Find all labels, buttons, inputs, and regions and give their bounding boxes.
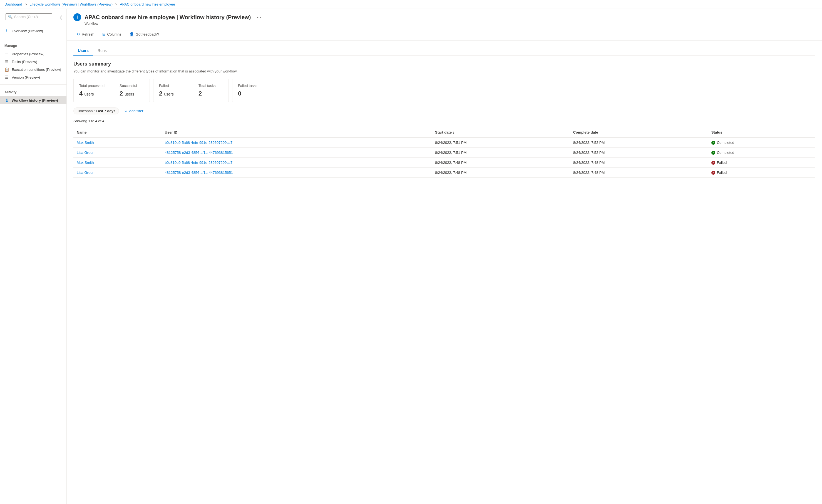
workflow-history-icon: ℹ	[4, 98, 9, 102]
collapse-button[interactable]: 《	[56, 14, 63, 22]
more-options-button[interactable]: ···	[255, 14, 263, 21]
sidebar-item-overview[interactable]: ℹ Overview (Preview)	[0, 27, 66, 35]
sidebar-tasks-label: Tasks (Preview)	[12, 60, 37, 64]
user-name-link[interactable]: Lisa Green	[77, 151, 94, 155]
user-name-link[interactable]: Lisa Green	[77, 170, 94, 175]
columns-icon: ⊞	[102, 32, 106, 36]
breadcrumb-workflow[interactable]: APAC onboard new hire employee	[120, 2, 175, 6]
refresh-icon: ↻	[77, 32, 80, 36]
sidebar-item-properties[interactable]: ⚌ Properties (Preview)	[0, 50, 66, 58]
sidebar-overview-section: ℹ Overview (Preview)	[0, 26, 66, 36]
refresh-label: Refresh	[82, 32, 94, 36]
col-status[interactable]: Status	[708, 127, 815, 137]
sidebar-item-version[interactable]: ☰ Version (Preview)	[0, 73, 66, 81]
users-table: Name User ID Start date ↓ Complete date	[73, 127, 815, 178]
sidebar-item-workflow-history[interactable]: ℹ Workflow history (Preview)	[0, 96, 66, 104]
filter-icon: ▽	[124, 109, 127, 113]
status-cell: ✓Completed	[708, 137, 815, 148]
table-body: Max Smithb0c810e9-5a68-4efe-991e-2396072…	[73, 137, 815, 178]
card-successful-label: Successful	[119, 84, 144, 88]
card-successful-value: 2 users	[119, 90, 144, 97]
status-cell: ✕Failed	[708, 158, 815, 168]
complete-date-cell: 8/24/2022, 7:52 PM	[570, 137, 708, 148]
sidebar-item-tasks[interactable]: ☰ Tasks (Preview)	[0, 58, 66, 66]
timespan-value: Last 7 days	[96, 109, 115, 113]
card-total-tasks-label: Total tasks	[198, 84, 223, 88]
add-filter-button[interactable]: ▽ Add filter	[121, 108, 146, 114]
col-start-date[interactable]: Start date ↓	[432, 127, 570, 137]
card-failed-tasks-value: 0	[238, 90, 263, 97]
manage-section-label: Manage	[0, 41, 66, 49]
card-total-tasks-value: 2	[198, 90, 223, 97]
tab-users[interactable]: Users	[73, 46, 93, 56]
activity-section-label: Activity	[0, 87, 66, 95]
tab-runs[interactable]: Runs	[93, 46, 111, 56]
search-input[interactable]	[14, 15, 49, 19]
breadcrumb: Dashboard > Lifecycle workflows (Preview…	[0, 0, 822, 9]
user-name-link[interactable]: Max Smith	[77, 161, 94, 165]
page-title: APAC onboard new hire employee | Workflo…	[84, 14, 251, 21]
completed-icon: ✓	[711, 151, 715, 155]
main-content: i APAC onboard new hire employee | Workf…	[67, 9, 822, 504]
user-id-link[interactable]: b0c810e9-5a68-4efe-991e-239607209ca7	[165, 141, 233, 145]
card-failed-value: 2 users	[159, 90, 183, 97]
card-total-tasks: Total tasks 2	[192, 79, 229, 102]
timespan-filter[interactable]: Timespan : Last 7 days	[73, 107, 119, 114]
version-icon: ☰	[4, 75, 9, 79]
card-failed: Failed 2 users	[153, 79, 189, 102]
user-name-link[interactable]: Max Smith	[77, 141, 94, 145]
summary-cards: Total processed 4 users Successful 2 use…	[73, 79, 815, 102]
table-row: Lisa Green48125758-e2d3-4856-af1a-447693…	[73, 148, 815, 158]
completed-icon: ✓	[711, 141, 715, 145]
start-date-cell: 8/24/2022, 7:51 PM	[432, 148, 570, 158]
sidebar-properties-label: Properties (Preview)	[12, 52, 44, 56]
table-header: Name User ID Start date ↓ Complete date	[73, 127, 815, 137]
columns-button[interactable]: ⊞ Columns	[99, 30, 125, 38]
user-id-link[interactable]: 48125758-e2d3-4856-af1a-447693815651	[165, 170, 233, 175]
sidebar-item-execution[interactable]: 📋 Execution conditions (Preview)	[0, 66, 66, 73]
feedback-button[interactable]: 👤 Got feedback?	[126, 30, 162, 38]
complete-date-cell: 8/24/2022, 7:48 PM	[570, 158, 708, 168]
add-filter-label: Add filter	[129, 109, 143, 113]
tasks-icon: ☰	[4, 59, 9, 64]
table-row: Max Smithb0c810e9-5a68-4efe-991e-2396072…	[73, 158, 815, 168]
sidebar-activity-section: ℹ Workflow history (Preview)	[0, 95, 66, 105]
start-date-cell: 8/24/2022, 7:51 PM	[432, 137, 570, 148]
sidebar-manage-section: ⚌ Properties (Preview) ☰ Tasks (Preview)…	[0, 49, 66, 82]
status-cell: ✕Failed	[708, 168, 815, 178]
refresh-button[interactable]: ↻ Refresh	[73, 30, 98, 38]
user-id-link[interactable]: b0c810e9-5a68-4efe-991e-239607209ca7	[165, 161, 233, 165]
complete-date-cell: 8/24/2022, 7:48 PM	[570, 168, 708, 178]
sidebar-overview-label: Overview (Preview)	[12, 29, 43, 33]
columns-label: Columns	[107, 32, 121, 36]
filters-row: Timespan : Last 7 days ▽ Add filter	[73, 107, 815, 114]
breadcrumb-lifecycle[interactable]: Lifecycle workflows (Preview) | Workflow…	[29, 2, 112, 6]
timespan-prefix: Timespan :	[77, 109, 96, 113]
feedback-icon: 👤	[129, 32, 134, 36]
page-subtitle: Workflow	[84, 22, 815, 26]
sidebar-version-label: Version (Preview)	[12, 75, 40, 79]
sidebar: 🔍 《 ℹ Overview (Preview) Manage ⚌ Proper…	[0, 9, 67, 504]
col-name[interactable]: Name	[73, 127, 161, 137]
card-total-processed-value: 4 users	[79, 90, 104, 97]
search-box: 🔍	[6, 13, 52, 20]
execution-icon: 📋	[4, 67, 9, 72]
col-complete-date[interactable]: Complete date	[570, 127, 708, 137]
breadcrumb-dashboard[interactable]: Dashboard	[4, 2, 22, 6]
failed-icon: ✕	[711, 171, 715, 175]
showing-text: Showing 1 to 4 of 4	[73, 119, 815, 123]
main-layout: 🔍 《 ℹ Overview (Preview) Manage ⚌ Proper…	[0, 9, 822, 504]
search-icon: 🔍	[8, 15, 12, 19]
col-user-id[interactable]: User ID	[161, 127, 432, 137]
card-total-processed-label: Total processed	[79, 84, 104, 88]
section-description: You can monitor and investigate the diff…	[73, 69, 815, 73]
tabs-container: Users Runs	[73, 46, 815, 56]
card-failed-tasks-label: Failed tasks	[238, 84, 263, 88]
complete-date-cell: 8/24/2022, 7:52 PM	[570, 148, 708, 158]
table-row: Max Smithb0c810e9-5a68-4efe-991e-2396072…	[73, 137, 815, 148]
start-date-cell: 8/24/2022, 7:48 PM	[432, 158, 570, 168]
start-date-cell: 8/24/2022, 7:48 PM	[432, 168, 570, 178]
section-title: Users summary	[73, 61, 815, 67]
app-container: Dashboard > Lifecycle workflows (Preview…	[0, 0, 822, 504]
user-id-link[interactable]: 48125758-e2d3-4856-af1a-447693815651	[165, 151, 233, 155]
